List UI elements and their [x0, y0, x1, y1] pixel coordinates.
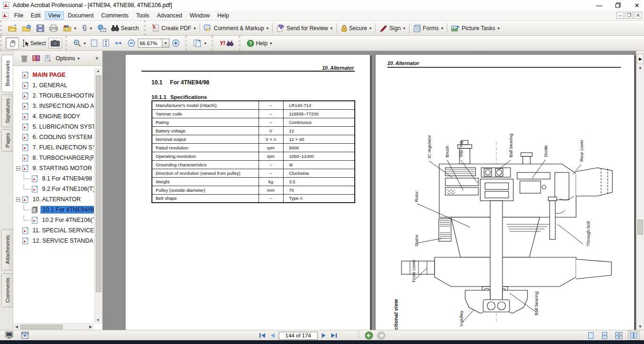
- menu-advanced[interactable]: Advanced: [154, 11, 185, 20]
- bookmark-item-11-special-service[interactable]: 11. SPECIAL SERVICE: [13, 225, 94, 236]
- sign-button[interactable]: Sign▾: [377, 23, 408, 34]
- menu-document[interactable]: Document: [65, 11, 97, 20]
- tab-signatures[interactable]: Signatures: [1, 94, 13, 127]
- zoom-level-dropdown-button[interactable]: ▾: [162, 39, 169, 48]
- bookmark-item-7-fuel-injection-sy[interactable]: 7. FUEL INJECTION SY: [13, 142, 94, 153]
- bookmark-options-list-icon[interactable]: [44, 55, 51, 62]
- comment-markup-button[interactable]: Comment & Markup▾: [201, 23, 271, 34]
- print-button[interactable]: [47, 23, 60, 34]
- next-page-button[interactable]: [320, 332, 327, 339]
- vertical-scroll-thumb[interactable]: [96, 75, 101, 292]
- help-button[interactable]: ?Help▾: [244, 38, 274, 49]
- tab-comments[interactable]: Comments: [1, 273, 13, 307]
- secure-button[interactable]: Secure▾: [338, 23, 374, 34]
- bookmark-item-12-service-standa[interactable]: 12. SERVICE STANDA: [13, 236, 94, 246]
- zoom-out-button[interactable]: [125, 37, 138, 49]
- fit-page-button[interactable]: [100, 37, 112, 49]
- bookmark-item-main-page[interactable]: MAIN PAGE: [13, 70, 94, 80]
- bookmark-item-5-lubrication-syst[interactable]: 5. LUBRICATION SYST: [13, 122, 94, 132]
- search-button[interactable]: Search: [109, 23, 141, 33]
- preferences-monitor-icon[interactable]: [5, 331, 14, 339]
- next-view-button[interactable]: [377, 331, 385, 340]
- menu-edit[interactable]: Edit: [27, 11, 44, 20]
- forms-button[interactable]: Forms▾: [411, 23, 446, 34]
- facing-layout-button[interactable]: [628, 331, 639, 340]
- collapse-expander[interactable]: [16, 166, 20, 171]
- single-page-layout-button[interactable]: [586, 331, 596, 340]
- select-tool-button[interactable]: Select: [19, 38, 48, 49]
- continuous-layout-button[interactable]: [600, 331, 610, 340]
- document-vertical-scrollbar[interactable]: ▶ ▲ ▼: [636, 51, 644, 330]
- picture-tasks-button[interactable]: Picture Tasks▾: [449, 23, 502, 34]
- actual-size-button[interactable]: [88, 37, 100, 49]
- bookmark-item-8-turbocharger-f[interactable]: 8. TURBOCHARGER(F: [13, 153, 94, 163]
- menu-tools[interactable]: Tools: [133, 11, 153, 20]
- doc-scroll-down-arrow[interactable]: ▼: [636, 324, 644, 329]
- bookmark-item-10-2-for-4tne106-t[interactable]: 10.2 For 4TNE106(T: [13, 215, 94, 225]
- previous-view-button[interactable]: [365, 331, 373, 340]
- scroll-up-arrow[interactable]: ▲: [95, 69, 101, 73]
- organizer-button[interactable]: ▾: [60, 23, 79, 34]
- menu-help[interactable]: Help: [214, 11, 233, 20]
- yahoo-search-button[interactable]: Y!: [217, 38, 236, 49]
- bookmark-item-1-general[interactable]: 1. GENERAL: [13, 80, 94, 90]
- mdi-minimize-button[interactable]: –: [616, 12, 624, 19]
- menu-comments[interactable]: Comments: [98, 11, 132, 20]
- first-page-button[interactable]: [259, 332, 267, 339]
- tab-attachments[interactable]: Attachments: [1, 229, 13, 270]
- open-web-button[interactable]: [20, 23, 34, 34]
- page-display-button[interactable]: ▾: [191, 37, 209, 49]
- bookmark-item-3-inspection-and-a[interactable]: 3. INSPECTION AND A: [13, 101, 94, 111]
- scroll-down-arrow[interactable]: ▼: [95, 318, 101, 322]
- fit-width-button[interactable]: [112, 38, 125, 49]
- delete-bookmark-icon[interactable]: [21, 55, 28, 62]
- bookmarks-horizontal-scrollbar[interactable]: ◀ ▶: [13, 323, 94, 330]
- zoom-tool-button[interactable]: ▾: [71, 37, 88, 49]
- menu-view[interactable]: View: [45, 11, 64, 20]
- horizontal-scroll-thumb[interactable]: [20, 325, 63, 329]
- tab-bookmarks[interactable]: Bookmarks: [1, 55, 13, 92]
- attach-button[interactable]: ▾: [79, 23, 95, 34]
- bookmark-item-6-cooling-system[interactable]: 6. COOLING SYSTEM: [13, 132, 94, 142]
- expand-current-bookmark-icon[interactable]: [32, 55, 40, 62]
- bookmark-item-9-2-for-4tne106-t[interactable]: 9.2 For 4TNE106(T): [13, 184, 94, 194]
- scroll-left-arrow[interactable]: ◀: [13, 325, 20, 329]
- hand-tool-button[interactable]: [6, 37, 19, 49]
- bookmarks-panel-close-button[interactable]: ×: [95, 55, 99, 62]
- bookmark-item-10-1-for-4tne94-98[interactable]: 10.1 For 4TNE94/98: [13, 205, 94, 215]
- last-page-button[interactable]: [330, 332, 338, 339]
- open-button[interactable]: [6, 23, 20, 34]
- bookmark-item-10-alternator[interactable]: 10. ALTERNATOR: [13, 194, 94, 205]
- bookmarks-options-button[interactable]: Options▾: [56, 55, 80, 62]
- scroll-right-arrow[interactable]: ▶: [87, 325, 94, 329]
- bookmark-item-2-troubleshootin[interactable]: 2. TROUBLESHOOTIN: [13, 90, 94, 101]
- restore-button[interactable]: [615, 2, 621, 8]
- save-button[interactable]: [34, 23, 47, 34]
- document-area[interactable]: 10. Alternator 10.1For 4TNE94/98 10.1.1S…: [103, 51, 636, 330]
- snapshot-tool-button[interactable]: [48, 38, 62, 49]
- continuous-facing-layout-button[interactable]: [613, 331, 624, 340]
- mdi-restore-button[interactable]: ❐: [625, 12, 633, 19]
- zoom-in-button[interactable]: [169, 37, 182, 49]
- previous-page-button[interactable]: [269, 332, 276, 339]
- zoom-level-input[interactable]: [138, 39, 162, 48]
- hide-panel-arrow-button[interactable]: ▶: [637, 54, 644, 64]
- menu-file[interactable]: File: [11, 11, 26, 20]
- doc-scroll-up-arrow[interactable]: ▲: [636, 65, 644, 70]
- email-button[interactable]: [94, 23, 109, 34]
- mdi-close-button[interactable]: ✕: [634, 12, 642, 19]
- close-button[interactable]: ✕: [634, 2, 640, 8]
- menu-window[interactable]: Window: [186, 11, 213, 20]
- tab-pages[interactable]: Pages: [1, 129, 13, 152]
- bookmarks-vertical-scrollbar[interactable]: ▲ ▼: [94, 68, 102, 323]
- minimize-button[interactable]: —: [596, 2, 602, 8]
- page-number-field[interactable]: [279, 332, 318, 340]
- send-for-review-button[interactable]: Send for Review▾: [274, 23, 335, 34]
- bookmark-item-9-starting-motor[interactable]: 9. STARTING MOTOR: [13, 163, 94, 173]
- doc-scroll-thumb[interactable]: [637, 220, 643, 235]
- bookmark-item-4-engine-body[interactable]: 4. ENGINE BODY: [13, 111, 94, 122]
- bookmark-item-9-1-for-4tne94-98[interactable]: 9.1 For 4TNE94/98: [13, 173, 94, 184]
- create-pdf-button[interactable]: Create PDF▾: [150, 22, 198, 34]
- collapse-expander[interactable]: [16, 197, 20, 202]
- document-status-drawer-icon[interactable]: [21, 331, 29, 339]
